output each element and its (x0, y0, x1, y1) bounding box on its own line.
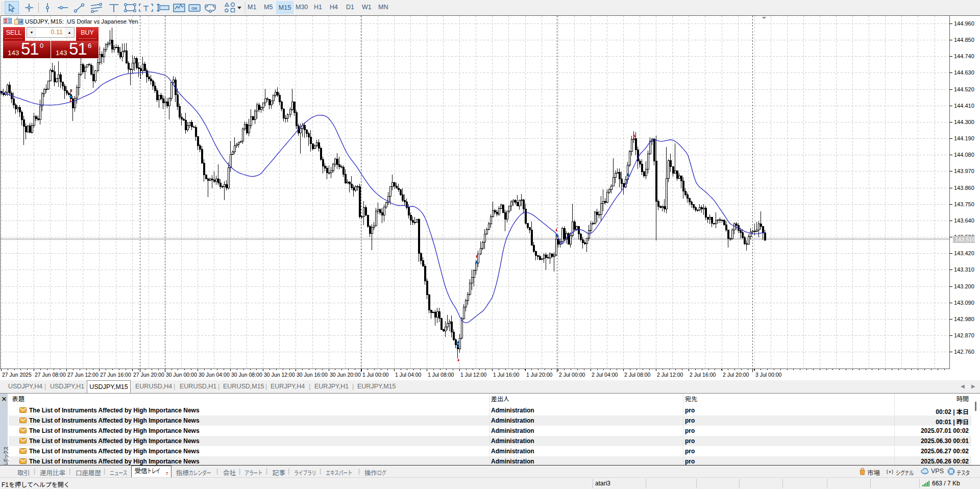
svg-text:30 Jun 00:00: 30 Jun 00:00 (166, 372, 197, 378)
svg-text:1 Jul 08:00: 1 Jul 08:00 (428, 372, 454, 378)
svg-text:144.520: 144.520 (954, 86, 974, 92)
svg-text:27 Jun 08:00: 27 Jun 08:00 (35, 372, 66, 378)
svg-text:142.870: 142.870 (954, 332, 974, 338)
svg-text:OK: OK (191, 6, 198, 11)
svg-text:2 Jul 16:00: 2 Jul 16:00 (690, 372, 716, 378)
svg-text:2 Jul 04:00: 2 Jul 04:00 (592, 372, 618, 378)
svg-text:144.190: 144.190 (954, 135, 974, 141)
svg-text:30 Jun 08:00: 30 Jun 08:00 (231, 372, 262, 378)
svg-text:2 Jul 08:00: 2 Jul 08:00 (624, 372, 651, 378)
svg-text:142.760: 142.760 (954, 349, 974, 355)
svg-text:143.510: 143.510 (955, 236, 975, 242)
svg-text:143.750: 143.750 (954, 201, 974, 207)
svg-text:1 Jul 16:00: 1 Jul 16:00 (493, 372, 520, 378)
svg-text:144.740: 144.740 (954, 53, 974, 59)
svg-text:143.970: 143.970 (954, 168, 974, 174)
svg-text:143.420: 143.420 (954, 250, 974, 256)
svg-text:144.960: 144.960 (954, 20, 974, 27)
svg-text:143.640: 143.640 (954, 217, 974, 224)
svg-text:1 Jul 20:00: 1 Jul 20:00 (526, 372, 553, 378)
svg-text:27 Jun 12:00: 27 Jun 12:00 (67, 372, 99, 378)
svg-text:30 Jun 04:00: 30 Jun 04:00 (199, 372, 230, 378)
svg-text:2 Jul 20:00: 2 Jul 20:00 (723, 372, 749, 378)
svg-text:27 Jun 2025: 27 Jun 2025 (2, 372, 32, 378)
svg-text:30 Jun 12:00: 30 Jun 12:00 (264, 372, 295, 378)
svg-text:30 Jun 20:00: 30 Jun 20:00 (330, 372, 361, 378)
svg-text:1 Jul 12:00: 1 Jul 12:00 (460, 372, 487, 378)
svg-text:144.850: 144.850 (954, 37, 974, 43)
svg-text:2 Jul 00:00: 2 Jul 00:00 (559, 372, 585, 378)
svg-text:143.310: 143.310 (954, 266, 974, 273)
svg-text:1 Jul 04:00: 1 Jul 04:00 (395, 372, 422, 378)
svg-text:143.090: 143.090 (954, 300, 974, 306)
svg-text:144.630: 144.630 (954, 69, 974, 76)
svg-text:144.080: 144.080 (954, 152, 974, 158)
svg-text:27 Jun 20:00: 27 Jun 20:00 (133, 372, 164, 378)
svg-text:142.980: 142.980 (954, 316, 974, 322)
svg-text:143.200: 143.200 (954, 283, 974, 289)
svg-text:144.410: 144.410 (954, 103, 974, 109)
svg-text:143.860: 143.860 (954, 185, 974, 191)
svg-text:144.300: 144.300 (954, 119, 974, 125)
svg-text:27 Jun 16:00: 27 Jun 16:00 (100, 372, 131, 378)
svg-text:30 Jun 16:00: 30 Jun 16:00 (297, 372, 328, 378)
svg-text:2 Jul 12:00: 2 Jul 12:00 (657, 372, 683, 378)
svg-text:3 Jul 00:00: 3 Jul 00:00 (755, 372, 782, 378)
svg-text:1 Jul 00:00: 1 Jul 00:00 (362, 372, 389, 378)
